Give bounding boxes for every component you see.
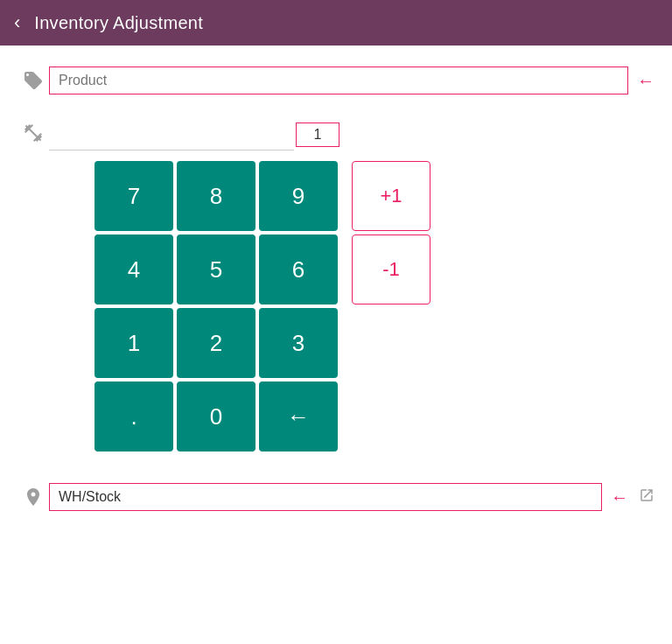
location-input[interactable] [49,483,602,511]
quantity-row: 1 7 8 9 4 5 6 1 [18,119,654,476]
main-content: ← 1 7 8 9 [0,46,672,644]
page-title: Inventory Adjustment [34,13,203,33]
keypad-container: 7 8 9 4 5 6 1 2 3 . 0 ← [94,161,654,452]
key-3[interactable]: 3 [259,308,338,378]
increment-plus-button[interactable]: +1 [352,161,430,231]
back-button[interactable]: ‹ [14,13,20,32]
key-0[interactable]: 0 [177,382,256,452]
location-arrow-indicator: ← [611,487,628,508]
product-input-container: ← [49,66,654,94]
location-icon [18,486,49,508]
key-8[interactable]: 8 [177,161,256,231]
location-input-container: ← [49,483,628,511]
increment-group: +1 -1 [352,161,430,304]
key-9[interactable]: 9 [259,161,338,231]
product-input[interactable] [49,66,628,94]
key-7[interactable]: 7 [94,161,173,231]
product-arrow-indicator: ← [637,71,654,91]
quantity-display-row: 1 [49,119,654,150]
quantity-icon [18,119,49,144]
quantity-value: 1 [296,122,340,147]
quantity-input-area [49,119,294,150]
key-backspace[interactable]: ← [259,382,338,452]
increment-minus-button[interactable]: -1 [352,234,430,304]
key-2[interactable]: 2 [177,308,256,378]
quantity-content: 1 7 8 9 4 5 6 1 [49,119,654,476]
location-row: ← [18,483,654,511]
key-dot[interactable]: . [94,382,173,452]
numpad-grid: 7 8 9 4 5 6 1 2 3 . 0 ← [94,161,338,452]
key-1[interactable]: 1 [94,308,173,378]
key-6[interactable]: 6 [259,234,338,304]
app-header: ‹ Inventory Adjustment [0,0,672,46]
product-row: ← [18,66,654,94]
external-link-icon[interactable] [639,487,654,508]
key-4[interactable]: 4 [94,234,173,304]
product-icon [18,70,49,91]
key-5[interactable]: 5 [177,234,256,304]
